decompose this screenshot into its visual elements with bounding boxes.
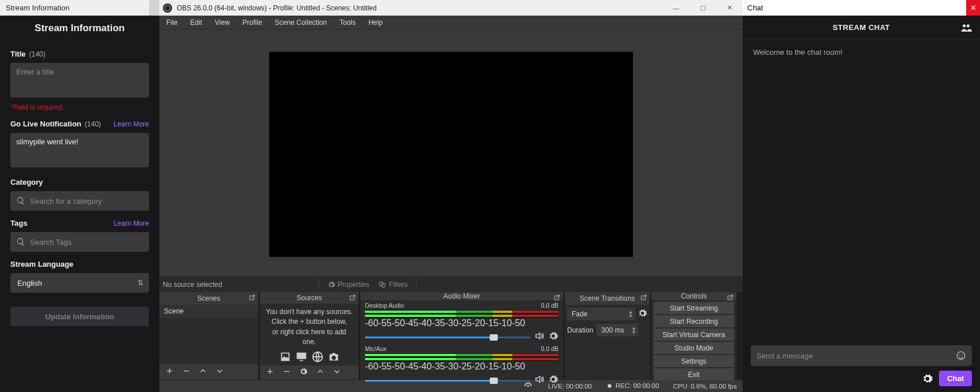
track-name: Desktop Audio xyxy=(365,302,404,309)
category-label: Category xyxy=(10,178,43,186)
duration-label: Duration xyxy=(567,326,593,334)
obs-menubar: File Edit View Profile Scene Collection … xyxy=(159,16,743,29)
menu-edit[interactable]: Edit xyxy=(190,18,202,27)
volume-slider[interactable] xyxy=(365,380,531,382)
notif-input[interactable] xyxy=(10,133,149,167)
scene-item[interactable]: Scene xyxy=(159,305,258,318)
scenes-title: Scenes xyxy=(197,294,220,303)
browser-source-icon xyxy=(311,350,324,365)
emote-icon[interactable] xyxy=(956,350,966,361)
minimize-button[interactable]: — xyxy=(663,0,690,16)
category-input[interactable] xyxy=(30,197,143,206)
chevron-updown-icon: ▲▼ xyxy=(628,310,633,318)
popout-icon[interactable] xyxy=(348,294,356,302)
gear-icon[interactable] xyxy=(922,373,933,384)
remove-source-button[interactable] xyxy=(282,367,291,378)
search-icon xyxy=(16,196,25,206)
obs-logo-icon xyxy=(163,3,172,13)
move-scene-down-button[interactable] xyxy=(215,367,224,378)
stream-info-window-title: Stream Information xyxy=(6,3,70,12)
tags-label: Tags xyxy=(10,219,27,227)
stream-info-tab-square xyxy=(149,0,159,16)
language-value: English xyxy=(17,279,42,288)
sources-empty-2: Click the + button below, xyxy=(266,317,353,327)
separator xyxy=(319,278,319,291)
control-button-start-recording[interactable]: Start Recording xyxy=(654,315,734,327)
speaker-icon[interactable] xyxy=(534,374,545,387)
chat-titlebar: Chat ✕ xyxy=(743,0,980,16)
search-icon xyxy=(16,237,25,247)
track-settings-button[interactable] xyxy=(548,374,558,387)
popout-icon[interactable] xyxy=(248,294,256,302)
control-button-exit[interactable]: Exit xyxy=(654,368,734,380)
preview-area[interactable] xyxy=(159,29,743,277)
obs-titlebar: OBS 26.0.0 (64-bit, windows) - Profile: … xyxy=(159,0,743,16)
obs-window-title: OBS 26.0.0 (64-bit, windows) - Profile: … xyxy=(177,4,377,12)
transition-settings-button[interactable] xyxy=(638,308,647,320)
menu-tools[interactable]: Tools xyxy=(340,18,356,27)
status-rec: REC: 00:00:00 xyxy=(616,382,659,389)
preview-canvas[interactable] xyxy=(269,52,633,257)
mixer-title: Audio Mixer xyxy=(444,292,480,300)
track-settings-button[interactable] xyxy=(548,331,558,344)
control-button-start-streaming[interactable]: Start Streaming xyxy=(654,302,734,314)
menu-profile[interactable]: Profile xyxy=(243,18,262,27)
status-cpu: CPU: 0.6%, 60.00 fps xyxy=(673,383,737,390)
record-icon xyxy=(606,382,616,389)
menu-file[interactable]: File xyxy=(166,18,177,27)
chat-header: STREAM CHAT xyxy=(743,16,980,40)
chat-input[interactable]: Send a message xyxy=(751,345,972,366)
move-source-down-button[interactable] xyxy=(333,367,341,378)
transitions-title: Scene Transitions xyxy=(580,294,635,303)
tags-search[interactable] xyxy=(10,232,149,252)
menu-scene-collection[interactable]: Scene Collection xyxy=(275,18,327,27)
category-search[interactable] xyxy=(10,191,149,211)
chevron-updown-icon: ▲▼ xyxy=(631,326,636,334)
speaker-icon[interactable] xyxy=(534,331,545,344)
filters-button[interactable]: Filters xyxy=(375,281,411,289)
move-source-up-button[interactable] xyxy=(316,367,325,378)
chat-welcome: Welcome to the chat room! xyxy=(753,48,970,57)
menu-help[interactable]: Help xyxy=(368,18,383,27)
title-input[interactable] xyxy=(10,63,149,98)
notif-learn-more[interactable]: Learn More xyxy=(114,120,149,128)
title-count: (140) xyxy=(29,50,46,58)
tags-learn-more[interactable]: Learn More xyxy=(114,219,149,227)
track-name: Mic/Aux xyxy=(365,345,386,352)
transition-select[interactable]: Fade ▲▼ xyxy=(567,308,635,320)
chat-send-button[interactable]: Chat xyxy=(939,371,972,386)
add-scene-button[interactable] xyxy=(165,367,174,378)
remove-scene-button[interactable] xyxy=(182,367,191,378)
add-source-button[interactable] xyxy=(266,367,274,378)
control-button-settings[interactable]: Settings xyxy=(654,355,734,367)
close-button[interactable]: ✕ xyxy=(966,0,980,16)
source-settings-button[interactable] xyxy=(299,367,308,378)
duration-input[interactable]: 300 ms ▲▼ xyxy=(597,324,638,337)
close-button[interactable]: ✕ xyxy=(716,0,743,16)
users-icon[interactable] xyxy=(960,22,972,33)
sources-title: Sources xyxy=(296,294,322,302)
maximize-button[interactable]: ▢ xyxy=(690,0,716,16)
display-source-icon xyxy=(295,350,308,365)
chat-window-title: Chat xyxy=(747,3,763,12)
sources-empty-3: or right click here to add one. xyxy=(266,327,353,348)
popout-icon[interactable] xyxy=(639,294,647,302)
track-db: 0.0 dB xyxy=(541,345,558,352)
svg-point-4 xyxy=(608,384,612,388)
camera-source-icon xyxy=(327,350,340,365)
volume-slider[interactable] xyxy=(365,337,531,338)
menu-view[interactable]: View xyxy=(215,18,230,27)
title-error: *Field is required. xyxy=(10,103,149,111)
title-label: Title xyxy=(10,50,26,58)
control-button-studio-mode[interactable]: Studio Mode xyxy=(654,342,734,354)
track-db: 0.0 dB xyxy=(541,302,558,309)
chat-placeholder: Send a message xyxy=(757,352,813,360)
stream-info-titlebar: Stream Information xyxy=(0,0,159,16)
move-scene-up-button[interactable] xyxy=(199,367,207,378)
control-button-start-virtual-camera[interactable]: Start Virtual Camera xyxy=(654,328,734,341)
update-information-button[interactable]: Update Information xyxy=(10,307,149,326)
properties-button[interactable]: Properties xyxy=(324,281,373,289)
tags-input[interactable] xyxy=(30,238,143,247)
stream-info-heading: Stream Information xyxy=(0,16,159,40)
language-select[interactable]: English ⇅ xyxy=(10,273,149,293)
